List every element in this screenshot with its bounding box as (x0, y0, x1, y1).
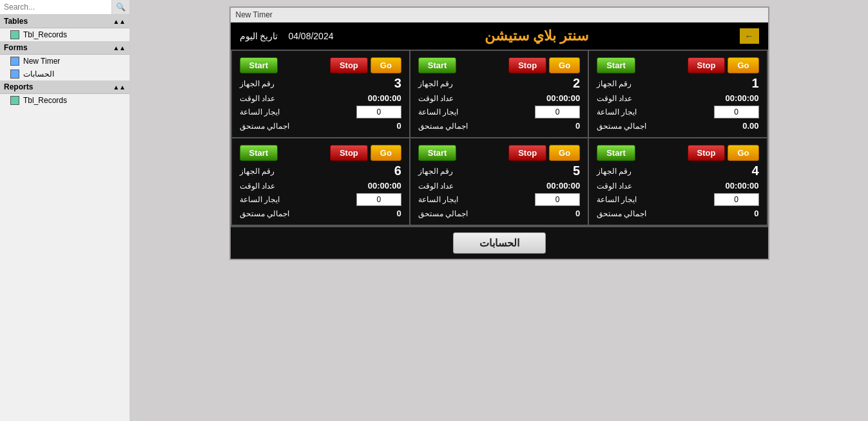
accounts-button[interactable]: الحسابات (453, 232, 546, 254)
sidebar-item-new-timer[interactable]: New Timer (0, 55, 130, 68)
stop-button-3[interactable]: Stop (330, 57, 368, 73)
start-button-1[interactable]: Start (597, 57, 635, 73)
sidebar: 🔍 Tables ▲▲ Tbl_Records Forms ▲▲ New Tim… (0, 0, 130, 421)
time-value-3: 00:00:00 (368, 93, 401, 103)
tables-section-header[interactable]: Tables ▲▲ (0, 15, 130, 28)
time-label-1: عداد الوقت (597, 94, 632, 103)
rent-label-5: ايجار الساعة (418, 195, 458, 204)
device-row-3: 3 رقم الجهاز (240, 76, 401, 91)
sidebar-item-label: Tbl_Records (23, 96, 67, 105)
search-button[interactable]: 🔍 (111, 0, 130, 14)
go-button-4[interactable]: Go (728, 145, 758, 161)
total-value-6: 0 (397, 209, 401, 218)
forms-section-header[interactable]: Forms ▲▲ (0, 41, 130, 55)
search-input[interactable] (0, 0, 111, 14)
time-row-5: 00:00:00 عداد الوقت (418, 181, 580, 191)
date-value: 04/08/2024 (288, 31, 333, 41)
start-button-2[interactable]: Start (418, 57, 457, 73)
time-label-5: عداد الوقت (418, 182, 454, 191)
tables-label: Tables (4, 17, 28, 26)
stop-button-2[interactable]: Stop (508, 57, 546, 73)
timer-number-6: 6 (394, 164, 401, 178)
rent-input-2[interactable] (535, 106, 580, 118)
start-button-6[interactable]: Start (240, 145, 278, 161)
timer-card-4: Start Stop Go 4 رقم الجهاز 00:00:00 عداد… (589, 138, 766, 225)
timer-number-5: 5 (573, 164, 580, 178)
stop-button-4[interactable]: Stop (688, 145, 726, 161)
time-row-2: 00:00:00 عداد الوقت (418, 93, 580, 103)
form-icon (10, 70, 19, 79)
rent-input-5[interactable] (535, 193, 580, 206)
rent-row-3: ايجار الساعة (240, 106, 401, 118)
date-label: تاريخ اليوم (240, 31, 278, 41)
rent-row-1: ايجار الساعة (597, 106, 758, 118)
total-row-2: 0 اجمالي مستحق (418, 121, 580, 131)
reports-label: Reports (4, 82, 33, 91)
go-button-1[interactable]: Go (728, 57, 758, 73)
rent-label-1: ايجار الساعة (597, 108, 637, 117)
total-row-6: 0 اجمالي مستحق (240, 209, 401, 218)
total-label-3: اجمالي مستحق (240, 122, 289, 131)
timer-number-2: 2 (573, 76, 580, 91)
device-row-1: 1 رقم الجهاز (597, 76, 758, 91)
sidebar-item-label: Tbl_Records (23, 30, 67, 39)
sidebar-item-accounts[interactable]: الحسابات (0, 68, 130, 80)
go-button-2[interactable]: Go (549, 57, 580, 73)
total-row-3: 0 اجمالي مستحق (240, 121, 401, 131)
device-label-2: رقم الجهاز (418, 79, 453, 88)
go-button-3[interactable]: Go (371, 57, 401, 73)
timer-card-1: Start Stop Go 1 رقم الجهاز 00:00:00 عداد… (589, 51, 766, 137)
forms-label: Forms (4, 43, 28, 52)
start-button-5[interactable]: Start (418, 145, 457, 161)
sidebar-item-tbl-records-tables[interactable]: Tbl_Records (0, 28, 130, 41)
timer-buttons-4: Start Stop Go (597, 145, 758, 161)
sidebar-item-tbl-records-reports[interactable]: Tbl_Records (0, 94, 130, 107)
stop-button-5[interactable]: Stop (508, 145, 546, 161)
tables-collapse-icon: ▲▲ (113, 18, 126, 25)
rent-input-6[interactable] (356, 193, 401, 206)
back-button[interactable]: ← (740, 28, 759, 44)
total-value-5: 0 (575, 209, 580, 218)
header-bar: ← سنتر بلاي ستيشن 04/08/2024 تاريخ اليوم (231, 23, 768, 50)
go-button-5[interactable]: Go (549, 145, 580, 161)
forms-collapse-icon: ▲▲ (113, 44, 126, 51)
device-row-2: 2 رقم الجهاز (418, 76, 580, 91)
timer-card-2: Start Stop Go 2 رقم الجهاز 00:00:00 عداد… (410, 51, 588, 137)
stop-button-1[interactable]: Stop (688, 57, 726, 73)
total-value-4: 0 (754, 209, 758, 218)
total-row-5: 0 اجمالي مستحق (418, 209, 580, 218)
stop-button-6[interactable]: Stop (330, 145, 368, 161)
total-value-2: 0 (575, 121, 580, 131)
table-icon (10, 30, 19, 39)
time-row-4: 00:00:00 عداد الوقت (597, 181, 758, 191)
rent-label-6: ايجار الساعة (240, 195, 280, 204)
sidebar-item-label: New Timer (23, 57, 60, 66)
device-label-4: رقم الجهاز (597, 167, 632, 176)
total-row-1: 0.00 اجمالي مستحق (597, 121, 758, 131)
total-label-1: اجمالي مستحق (597, 122, 646, 131)
window-body: ← سنتر بلاي ستيشن 04/08/2024 تاريخ اليوم… (231, 23, 768, 259)
date-section: 04/08/2024 تاريخ اليوم (240, 31, 334, 41)
timer-buttons-5: Start Stop Go (418, 145, 580, 161)
start-button-4[interactable]: Start (597, 145, 635, 161)
timer-buttons-3: Start Stop Go (240, 57, 401, 73)
rent-row-4: ايجار الساعة (597, 193, 758, 206)
time-value-2: 00:00:00 (546, 93, 580, 103)
reports-collapse-icon: ▲▲ (113, 84, 126, 91)
reports-section-header[interactable]: Reports ▲▲ (0, 80, 130, 94)
total-value-3: 0 (397, 121, 401, 131)
total-label-5: اجمالي مستحق (418, 209, 468, 218)
rent-input-3[interactable] (356, 106, 401, 118)
rent-label-3: ايجار الساعة (240, 108, 280, 117)
device-label-5: رقم الجهاز (418, 167, 453, 176)
time-row-1: 00:00:00 عداد الوقت (597, 93, 758, 103)
go-button-6[interactable]: Go (371, 145, 401, 161)
timer-number-3: 3 (394, 76, 401, 91)
rent-input-4[interactable] (714, 193, 759, 206)
time-label-6: عداد الوقت (240, 182, 275, 191)
start-button-3[interactable]: Start (240, 57, 278, 73)
app-title: سنتر بلاي ستيشن (485, 28, 588, 44)
timer-card-3: Start Stop Go 3 رقم الجهاز 00:00:00 عداد… (232, 51, 409, 137)
timer-buttons-1: Start Stop Go (597, 57, 758, 73)
rent-input-1[interactable] (714, 106, 759, 118)
